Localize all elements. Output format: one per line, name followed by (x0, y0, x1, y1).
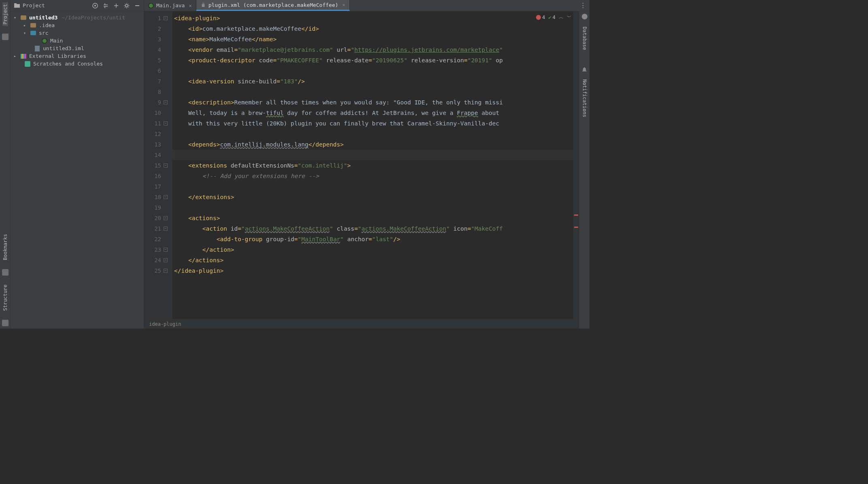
tree-root[interactable]: ▾ untitled3 ~/IdeaProjects/untit (12, 14, 142, 21)
folder-icon (14, 2, 20, 9)
inspection-widget[interactable]: 4 ✔4 ︿ ﹀ (536, 14, 572, 21)
module-icon (35, 46, 40, 51)
tree-root-label: untitled3 (29, 15, 57, 21)
plugin-icon (200, 2, 206, 8)
svg-rect-1 (14, 3, 17, 4)
warning-icon: ✔ (549, 15, 551, 20)
fold-toggle-icon[interactable]: − (164, 16, 168, 20)
right-tool-rail: Database Notifications (579, 11, 589, 329)
svg-rect-8 (204, 3, 204, 4)
warning-count: 4 (553, 15, 555, 20)
gutter[interactable]: −−−−−−−−−− 12345678910111213141516171819… (144, 11, 172, 319)
fold-toggle-icon[interactable]: − (164, 163, 168, 168)
tree-external-libs[interactable]: ▸ External Libraries (12, 52, 142, 60)
tool-tab-bookmarks[interactable]: Bookmarks (2, 232, 8, 262)
close-icon[interactable]: ✕ (343, 2, 345, 8)
svg-rect-5 (135, 5, 139, 6)
svg-point-4 (126, 4, 128, 7)
project-toolbar-title: Project (23, 2, 45, 8)
libraries-icon (21, 54, 26, 59)
error-icon (536, 15, 541, 20)
breadcrumb-item[interactable]: idea-plugin (149, 321, 181, 327)
java-icon (42, 38, 47, 44)
bookmarks-icon[interactable] (2, 269, 9, 276)
fold-toggle-icon[interactable]: − (164, 227, 168, 231)
collapse-all-icon[interactable] (113, 2, 119, 9)
tab-plugin-xml[interactable]: plugin.xml (com.marketplace.makeMeCoffee… (196, 0, 350, 11)
svg-rect-7 (202, 3, 203, 4)
fold-toggle-icon[interactable]: − (164, 100, 168, 104)
tree-label: Main (50, 38, 63, 44)
tree-idea-folder[interactable]: ▸ .idea (12, 21, 142, 29)
fold-toggle-icon[interactable]: − (164, 195, 168, 199)
svg-point-3 (94, 5, 96, 6)
project-toolbar: Project (11, 0, 144, 11)
top-bar: Project Main.java ✕ plugin.xml (com.mark… (11, 0, 589, 11)
tree-main-file[interactable]: Main (12, 37, 142, 45)
tree-iml-file[interactable]: untitled3.iml (12, 45, 142, 52)
tree-scratches[interactable]: Scratches and Consoles (12, 60, 142, 68)
error-stripe[interactable] (573, 11, 579, 319)
error-mark[interactable] (574, 227, 578, 228)
commit-icon[interactable] (2, 34, 9, 40)
error-mark[interactable] (574, 214, 578, 216)
select-opened-icon[interactable] (92, 2, 98, 9)
fold-toggle-icon[interactable]: − (164, 216, 168, 220)
editor: 4 ✔4 ︿ ﹀ −−−−−−−−−− 12345678910111213141… (144, 11, 579, 329)
tree-src-folder[interactable]: ▾ src (12, 29, 142, 37)
bell-icon[interactable] (582, 67, 587, 72)
tool-tab-project[interactable]: Project (2, 2, 8, 26)
structure-icon[interactable] (2, 320, 9, 326)
close-icon[interactable]: ✕ (189, 3, 191, 8)
project-tree[interactable]: ▾ untitled3 ~/IdeaProjects/untit ▸ .idea… (11, 11, 144, 329)
fold-toggle-icon[interactable]: − (164, 258, 168, 262)
svg-rect-0 (14, 4, 20, 8)
code-content[interactable]: <idea-plugin> <id>com.marketplace.makeMe… (172, 11, 573, 319)
chevron-down-icon[interactable]: ﹀ (567, 14, 572, 21)
expand-all-icon[interactable] (102, 2, 109, 9)
svg-rect-6 (202, 4, 204, 7)
fold-toggle-icon[interactable]: − (164, 248, 168, 252)
editor-tabs: Main.java ✕ plugin.xml (com.marketplace.… (144, 0, 589, 11)
tool-tab-notifications[interactable]: Notifications (582, 78, 587, 119)
tree-label: External Libraries (29, 53, 86, 59)
database-icon[interactable] (582, 14, 587, 19)
tree-label: .idea (39, 22, 55, 28)
left-tool-rail: Project Bookmarks Structure (0, 0, 11, 329)
tab-label: plugin.xml (com.marketplace.makeMeCoffee… (208, 2, 338, 8)
tree-label: src (39, 30, 48, 36)
minimize-icon[interactable] (134, 2, 140, 9)
java-icon (148, 3, 154, 8)
fold-toggle-icon[interactable]: − (164, 269, 168, 273)
tool-tab-structure[interactable]: Structure (2, 283, 8, 312)
breadcrumb[interactable]: idea-plugin (144, 319, 579, 329)
fold-toggle-icon[interactable]: − (164, 121, 168, 125)
tab-label: Main.java (156, 2, 185, 8)
tree-label: untitled3.iml (43, 45, 84, 51)
tab-main-java[interactable]: Main.java ✕ (144, 0, 196, 11)
tool-tab-database[interactable]: Database (582, 25, 587, 52)
tabs-menu-icon[interactable]: ⋮ (580, 0, 589, 11)
scratches-icon (25, 61, 30, 67)
chevron-up-icon[interactable]: ︿ (559, 14, 564, 21)
gear-icon[interactable] (123, 2, 130, 9)
error-count: 4 (542, 15, 545, 20)
tree-label: Scratches and Consoles (33, 61, 103, 67)
tree-root-hint: ~/IdeaProjects/untit (62, 15, 125, 21)
